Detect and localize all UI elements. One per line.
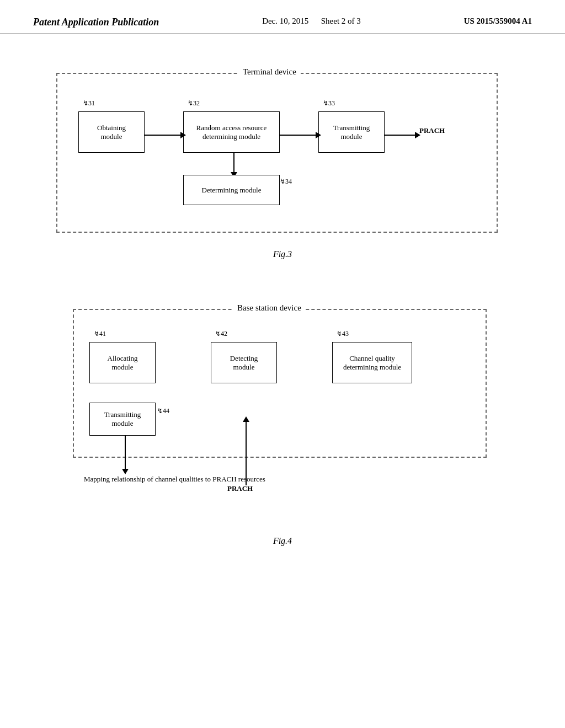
main-content: Terminal device ↯31 Obtainingmodule ↯32 … xyxy=(0,34,565,568)
patent-number: US 2015/359004 A1 xyxy=(464,17,532,26)
fig3-module-34-wrapper: ↯34 Determining module xyxy=(183,175,280,205)
page-header: Patent Application Publication Dec. 10, … xyxy=(0,0,565,34)
fig4-prach-label: PRACH xyxy=(227,484,253,493)
fig4-caption: Fig.4 xyxy=(273,536,292,546)
fig4-module-44: Transmittingmodule xyxy=(89,403,156,436)
fig3-module-32: Random access resourcedetermining module xyxy=(183,111,280,153)
fig4-module-41: Allocatingmodule xyxy=(89,342,156,383)
fig3-module-33-wrapper: ↯33 Transmittingmodule xyxy=(318,111,385,153)
fig3-module-31: Obtainingmodule xyxy=(78,111,145,153)
fig4-module-42: Detectingmodule xyxy=(211,342,277,383)
fig4-module-44-wrapper: ↯44 Transmittingmodule xyxy=(89,403,156,436)
fig3-arrow-32-34 xyxy=(231,153,237,178)
fig3-module-31-wrapper: ↯31 Obtainingmodule xyxy=(78,111,145,153)
fig3-num-31: ↯31 xyxy=(83,99,95,108)
fig3-num-34: ↯34 xyxy=(280,178,292,186)
fig4-container: Base station device ↯41 Allocatingmodule… xyxy=(44,292,521,546)
fig3-module-32-wrapper: ↯32 Random access resourcedetermining mo… xyxy=(183,111,280,153)
header-center: Dec. 10, 2015 Sheet 2 of 3 xyxy=(262,17,361,26)
fig4-mapping-label: Mapping relationship of channel qualitie… xyxy=(84,474,265,484)
fig4-num-43: ↯43 xyxy=(337,330,349,338)
fig3-caption: Fig.3 xyxy=(273,249,292,259)
publication-date: Dec. 10, 2015 xyxy=(262,17,308,25)
sheet-info: Sheet 2 of 3 xyxy=(321,17,361,25)
fig4-module-43: Channel qualitydetermining module xyxy=(332,342,412,383)
fig4-title: Base station device xyxy=(233,303,306,313)
fig4-arrow-44-down xyxy=(122,436,129,474)
fig3-num-33: ↯33 xyxy=(323,99,335,108)
fig4-num-41: ↯41 xyxy=(94,330,106,338)
fig3-container: Terminal device ↯31 Obtainingmodule ↯32 … xyxy=(44,56,521,259)
fig4-num-44: ↯44 xyxy=(157,407,169,415)
fig3-arrow-33-prach xyxy=(385,132,420,138)
fig4-module-43-wrapper: ↯43 Channel qualitydetermining module xyxy=(332,342,412,383)
publication-title: Patent Application Publication xyxy=(33,17,159,28)
fig4-num-42: ↯42 xyxy=(215,330,227,338)
fig4-arrow-prach-42 xyxy=(243,416,249,485)
fig3-module-34: Determining module xyxy=(183,175,280,205)
fig4-module-42-wrapper: ↯42 Detectingmodule xyxy=(211,342,277,383)
fig3-arrow-32-33 xyxy=(280,132,321,138)
fig3-prach-label: PRACH xyxy=(419,126,445,135)
fig3-outer-box xyxy=(56,73,498,233)
fig3-module-33: Transmittingmodule xyxy=(318,111,385,153)
fig3-title: Terminal device xyxy=(238,67,301,77)
fig4-module-41-wrapper: ↯41 Allocatingmodule xyxy=(89,342,156,383)
fig4-diagram: Base station device ↯41 Allocatingmodule… xyxy=(56,292,509,529)
fig3-diagram: Terminal device ↯31 Obtainingmodule ↯32 … xyxy=(56,56,509,238)
fig3-arrow-31-32 xyxy=(145,132,186,138)
fig3-num-32: ↯32 xyxy=(188,99,200,108)
